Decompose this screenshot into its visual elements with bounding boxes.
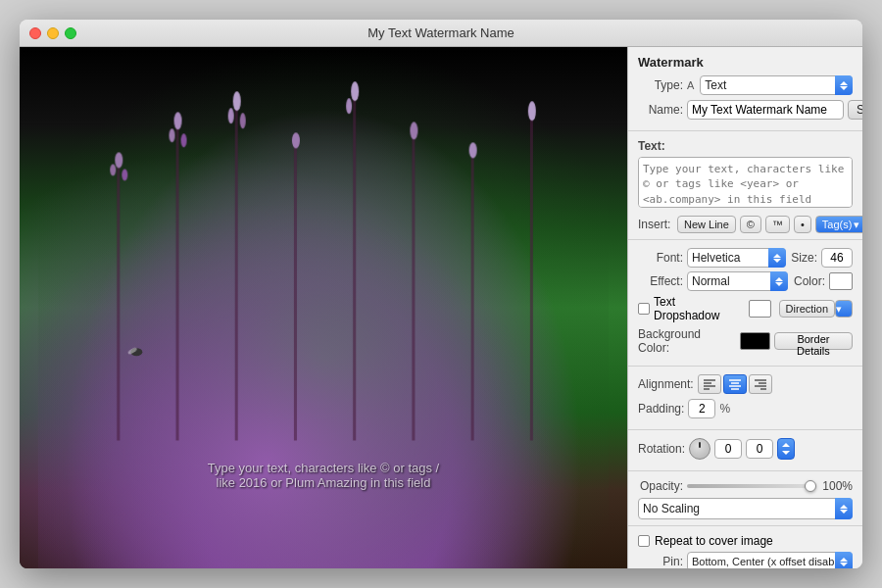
dropshadow-color[interactable]: [749, 300, 771, 318]
insert-tm-button[interactable]: ™: [765, 216, 790, 233]
align-center-button[interactable]: [723, 374, 747, 394]
pin-row: Pin: Bottom, Center (x offset disabled): [638, 552, 853, 568]
repeat-row: Repeat to cover image: [638, 534, 853, 548]
bgcolor-row: Background Color: Border Details: [638, 327, 853, 355]
text-textarea[interactable]: [638, 157, 853, 208]
no-scaling-select-wrap: No Scaling: [638, 498, 853, 519]
dropshadow-label: Text Dropshadow: [654, 295, 741, 322]
opacity-thumb: [805, 480, 816, 492]
opacity-row: Opacity: 100%: [638, 479, 853, 493]
rotation-y-input[interactable]: [746, 439, 773, 459]
opacity-value: 100%: [821, 479, 853, 493]
type-select[interactable]: Text: [700, 75, 853, 95]
opacity-section: Opacity: 100% No Scaling: [628, 471, 862, 526]
no-scaling-select[interactable]: No Scaling: [638, 498, 853, 519]
no-scaling-wrap: No Scaling: [638, 498, 853, 519]
insert-copyright-button[interactable]: ©: [740, 216, 761, 233]
rotation-arrow-icon[interactable]: [777, 438, 795, 460]
direction-button[interactable]: Direction: [779, 300, 835, 318]
type-select-wrap: Text: [700, 75, 853, 95]
tags-arrow-icon: ▾: [854, 219, 859, 231]
tags-select-wrap: Tag(s) ▾: [815, 216, 862, 233]
right-panel: Watermark Type: A Text: [627, 47, 862, 568]
border-details-button[interactable]: Border Details: [774, 332, 853, 350]
bgcolor-label: Background Color:: [638, 327, 730, 355]
effect-select[interactable]: Normal: [687, 271, 788, 291]
name-row: Name: Save: [638, 100, 853, 120]
window-title: My Text Watermark Name: [368, 25, 514, 40]
insert-newline-button[interactable]: New Line: [677, 216, 736, 233]
font-select-wrap: Helvetica: [687, 248, 786, 268]
rotation-label: Rotation:: [638, 442, 685, 456]
size-input[interactable]: [821, 248, 853, 268]
name-input[interactable]: [687, 100, 844, 120]
preview-image: [20, 47, 627, 568]
window-body: Type your text, characters like © or tag…: [20, 47, 862, 568]
text-section: Text: Insert: New Line © ™ • Tag(s) ▾: [628, 131, 862, 240]
name-label: Name:: [638, 103, 683, 117]
type-icon: A: [687, 79, 694, 91]
pin-select-wrap: Bottom, Center (x offset disabled): [687, 552, 853, 568]
alignment-buttons: [698, 374, 772, 394]
main-window: My Text Watermark Name: [20, 20, 862, 568]
repeat-pin-section: Repeat to cover image Pin: Bottom, Cente…: [628, 526, 862, 568]
insert-row: Insert: New Line © ™ • Tag(s) ▾: [638, 216, 853, 233]
repeat-checkbox[interactable]: [638, 535, 650, 547]
insert-label: Insert:: [638, 218, 673, 231]
rotation-arrows: [777, 438, 795, 460]
preview-area: Type your text, characters like © or tag…: [20, 47, 627, 568]
color-label: Color:: [792, 274, 825, 288]
font-section: Font: Helvetica Size: E: [628, 240, 862, 367]
direction-select-wrap: Direction ▾: [779, 300, 853, 318]
dropshadow-row: Text Dropshadow Direction ▾: [638, 295, 853, 322]
align-right-button[interactable]: [749, 374, 772, 394]
text-label: Text:: [638, 139, 853, 153]
rotation-x-input[interactable]: [714, 439, 742, 459]
maximize-button[interactable]: [65, 27, 76, 39]
insert-tags-button[interactable]: Tag(s) ▾: [815, 216, 862, 233]
save-button[interactable]: Save: [848, 100, 862, 120]
color-picker[interactable]: [829, 272, 853, 290]
padding-input[interactable]: [688, 399, 715, 418]
padding-unit: %: [719, 402, 730, 416]
alignment-label: Alignment:: [638, 377, 694, 391]
tags-label: Tag(s): [822, 219, 853, 230]
minimize-button[interactable]: [47, 27, 59, 39]
direction-arrow[interactable]: ▾: [835, 300, 853, 318]
type-label: Type:: [638, 78, 683, 92]
titlebar-buttons: [29, 27, 76, 39]
effect-label: Effect:: [638, 274, 683, 288]
insert-dot-button[interactable]: •: [794, 216, 811, 233]
padding-row: Padding: %: [638, 399, 853, 418]
rotation-section: Rotation:: [628, 430, 862, 471]
close-button[interactable]: [29, 27, 41, 39]
effect-select-wrap: Normal: [687, 271, 788, 291]
rotation-row: Rotation:: [638, 438, 853, 460]
font-row: Font: Helvetica Size:: [638, 248, 853, 268]
pin-label: Pin:: [638, 555, 683, 568]
padding-label: Padding:: [638, 402, 684, 416]
opacity-slider[interactable]: [687, 484, 813, 488]
repeat-label: Repeat to cover image: [655, 534, 773, 548]
watermark-section-title: Watermark: [638, 55, 853, 70]
size-label: Size:: [790, 251, 817, 265]
rotation-dial[interactable]: [689, 438, 710, 460]
alignment-row: Alignment:: [638, 374, 853, 394]
pin-select[interactable]: Bottom, Center (x offset disabled): [687, 552, 853, 568]
alignment-section: Alignment:: [628, 367, 862, 430]
font-label: Font:: [638, 251, 683, 265]
dropshadow-checkbox[interactable]: [638, 303, 650, 315]
opacity-label: Opacity:: [638, 479, 683, 493]
font-select[interactable]: Helvetica: [687, 248, 786, 268]
align-left-button[interactable]: [698, 374, 721, 394]
titlebar: My Text Watermark Name: [20, 20, 862, 47]
type-row: Type: A Text: [638, 75, 853, 95]
effect-row: Effect: Normal Color:: [638, 271, 853, 291]
watermark-section: Watermark Type: A Text: [628, 47, 862, 131]
bgcolor-picker[interactable]: [740, 332, 769, 350]
